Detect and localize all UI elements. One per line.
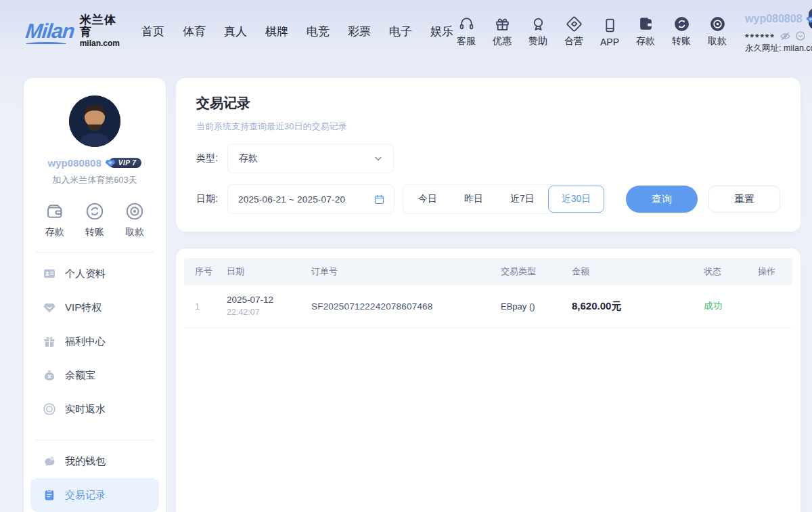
user-info: wyp080808 VIP 7 ****** 永久网址: milan.com: [745, 8, 812, 54]
partner-button[interactable]: 合营: [561, 16, 587, 47]
username[interactable]: wyp080808: [745, 12, 803, 26]
records-table-card: 序号 日期 订单号 交易类型 金额 状态 操作 1 2025-07-12 22:…: [176, 249, 800, 512]
permanent-url: 永久网址: milan.com: [745, 43, 812, 54]
header-quick-actions: 客服 优惠 赞助 合营 APP 存款 转账 取款: [453, 16, 730, 47]
page-subtitle: 当前系统支持查询最近30日的交易记录: [196, 121, 780, 133]
sidebar-item-vip[interactable]: VIP特权: [30, 291, 159, 324]
coin-filled-icon: [709, 16, 726, 33]
brand-script: Milan: [24, 21, 75, 41]
brand-domain: milan.com: [80, 39, 120, 48]
nav-item-cards[interactable]: 棋牌: [265, 24, 288, 39]
vip-privilege-icon: [43, 301, 56, 314]
page-title: 交易记录: [196, 94, 780, 112]
sidebar-item-profile[interactable]: 个人资料: [30, 257, 159, 291]
masked-balance: ******: [745, 30, 775, 42]
welfare-icon: [43, 335, 56, 348]
phone-icon: [602, 17, 618, 34]
divider: [35, 440, 154, 440]
col-type: 交易类型: [501, 265, 572, 278]
transfer-button[interactable]: 转账: [669, 16, 694, 47]
rebate-icon: [43, 402, 56, 416]
col-action: 操作: [758, 265, 792, 278]
col-order: 订单号: [311, 265, 501, 278]
money-bag-icon: [43, 368, 56, 382]
sidebar-menu: 个人资料 VIP特权 福利中心 余额宝 实时返水: [30, 257, 159, 426]
row-datetime: 2025-07-12 22:42:07: [227, 294, 311, 318]
chevron-down-icon: [373, 153, 384, 164]
service-button[interactable]: 客服: [453, 16, 479, 47]
row-time: 22:42:07: [227, 307, 311, 319]
id-card-icon: [43, 267, 56, 280]
main-content: 交易记录 当前系统支持查询最近30日的交易记录 类型: 存款 日期: 2025-…: [176, 78, 800, 512]
nav-item-lottery[interactable]: 彩票: [348, 24, 371, 39]
row-date: 2025-07-12: [227, 294, 311, 307]
filter-card: 交易记录 当前系统支持查询最近30日的交易记录 类型: 存款 日期: 2025-…: [176, 78, 800, 232]
nav-item-esports[interactable]: 电竞: [307, 24, 330, 39]
gift-icon: [494, 16, 511, 33]
promo-button[interactable]: 优惠: [489, 16, 515, 47]
main-nav: 首页 体育 真人 棋牌 电竞 彩票 电子 娱乐: [141, 24, 453, 39]
page-body: wyp080808 VIP 7 加入米兰体育第603天 存款 转账 取款: [0, 62, 812, 512]
medal-icon: [530, 16, 547, 33]
vip-diamond-icon: [104, 156, 116, 169]
date-filter-row: 日期: 2025-06-21 ~ 2025-07-20 今日 昨日 近7日 近3…: [196, 184, 780, 214]
app-button[interactable]: APP: [597, 17, 623, 47]
nav-item-live[interactable]: 真人: [224, 24, 247, 39]
sidebar-transfer-button[interactable]: 转账: [85, 201, 105, 238]
sidebar-avatar[interactable]: [69, 95, 120, 147]
row-status: 成功: [704, 300, 758, 312]
my-wallet-icon: [43, 454, 56, 468]
sidebar-withdraw-button[interactable]: 取款: [125, 201, 145, 238]
range-30days[interactable]: 近30日: [548, 186, 605, 213]
range-yesterday[interactable]: 昨日: [451, 186, 497, 213]
range-today[interactable]: 今日: [405, 186, 451, 213]
sidebar-deposit-button[interactable]: 存款: [45, 201, 65, 238]
date-range-value: 2025-06-21 ~ 2025-07-20: [238, 194, 345, 205]
transfer-outline-icon: [85, 201, 105, 221]
sponsor-button[interactable]: 赞助: [525, 16, 551, 47]
vip-badge: VIP 7: [805, 8, 812, 29]
type-select[interactable]: 存款: [227, 144, 394, 173]
eye-off-icon[interactable]: [780, 30, 791, 42]
quick-range-group: 今日 昨日 近7日 近30日: [403, 184, 606, 214]
calendar-icon: [374, 194, 385, 205]
sidebar-item-transaction-records[interactable]: 交易记录: [30, 478, 159, 512]
sidebar-item-yuebao[interactable]: 余额宝: [30, 358, 159, 392]
col-status: 状态: [704, 265, 758, 278]
nav-item-slots[interactable]: 电子: [389, 24, 412, 39]
withdraw-button[interactable]: 取款: [704, 16, 730, 47]
type-select-value: 存款: [239, 152, 258, 165]
sidebar-item-my-wallet[interactable]: 我的钱包: [30, 444, 159, 478]
sidebar-item-welfare[interactable]: 福利中心: [30, 324, 159, 358]
table-header: 序号 日期 订单号 交易类型 金额 状态 操作: [184, 258, 792, 285]
row-order-no: SF202507122242078607468: [311, 301, 501, 312]
date-range-input[interactable]: 2025-06-21 ~ 2025-07-20: [227, 184, 394, 214]
top-navbar: Milan 米兰体育 milan.com 首页 体育 真人 棋牌 电竞 彩票 电…: [0, 0, 812, 62]
row-index: 1: [195, 301, 227, 312]
refresh-circle-icon[interactable]: [795, 30, 806, 41]
sidebar-username: wyp080808: [48, 157, 102, 169]
reset-button[interactable]: 重置: [708, 186, 780, 213]
search-button[interactable]: 查询: [626, 186, 698, 213]
nav-item-sports[interactable]: 体育: [183, 24, 206, 39]
row-amount: 8,620.00元: [572, 300, 704, 313]
brand-logo[interactable]: Milan 米兰体育 milan.com: [26, 14, 120, 49]
records-icon: [43, 488, 56, 502]
wallet-outline-icon: [45, 201, 65, 221]
brand-name-cn: 米兰体育: [80, 14, 120, 39]
deposit-button[interactable]: 存款: [633, 16, 658, 47]
nav-item-home[interactable]: 首页: [141, 24, 164, 39]
nav-item-entertainment[interactable]: 娱乐: [430, 24, 453, 39]
headset-icon: [458, 16, 475, 33]
range-7days[interactable]: 近7日: [497, 186, 548, 213]
profile-sidebar: wyp080808 VIP 7 加入米兰体育第603天 存款 转账 取款: [24, 78, 166, 512]
join-days-text: 加入米兰体育第603天: [52, 174, 137, 186]
sidebar-wallet-actions: 存款 转账 取款: [30, 201, 159, 238]
type-label: 类型:: [196, 152, 227, 165]
col-amount: 金额: [572, 265, 704, 278]
type-filter-row: 类型: 存款: [196, 144, 780, 173]
sidebar-vip-badge: VIP 7: [104, 156, 142, 169]
sidebar-item-rebate[interactable]: 实时返水: [30, 392, 159, 426]
withdraw-outline-icon: [125, 201, 145, 221]
sidebar-menu-wallet: 我的钱包 交易记录: [30, 444, 159, 512]
